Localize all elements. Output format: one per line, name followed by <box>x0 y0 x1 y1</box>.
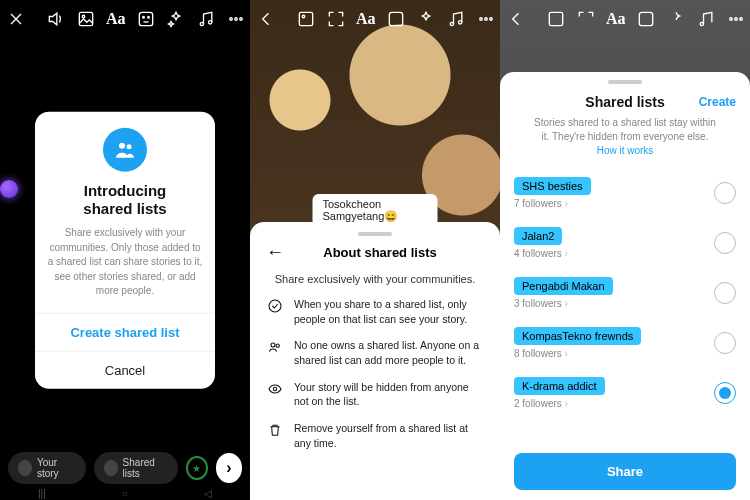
how-it-works-link[interactable]: How it works <box>597 145 654 156</box>
back-button[interactable]: ← <box>266 242 284 263</box>
people-icon <box>103 128 147 172</box>
shared-lists-chip[interactable]: Shared lists <box>94 452 178 484</box>
sheet-subtitle: Share exclusively with your communities. <box>266 273 484 285</box>
svg-rect-2 <box>139 12 152 25</box>
people-icon <box>104 460 118 476</box>
drag-handle[interactable] <box>608 80 642 84</box>
gallery-icon[interactable] <box>546 7 566 31</box>
effects-icon[interactable] <box>416 7 436 31</box>
followers-count[interactable]: 4 followers <box>514 248 568 259</box>
expand-icon[interactable] <box>326 7 346 31</box>
list-name-pill: Jalan2 <box>514 227 562 245</box>
close-icon[interactable] <box>6 7 26 31</box>
sticker-icon[interactable] <box>636 7 656 31</box>
cancel-button[interactable]: Cancel <box>35 350 215 388</box>
expand-icon[interactable] <box>576 7 596 31</box>
radio-button[interactable] <box>714 182 736 204</box>
svg-point-6 <box>208 21 211 24</box>
more-icon[interactable] <box>476 7 496 31</box>
sheet-subtitle: Stories shared to a shared list stay wit… <box>532 116 718 158</box>
android-nav: |||○◁ <box>0 486 250 500</box>
music-icon[interactable] <box>196 7 216 31</box>
svg-rect-12 <box>299 12 312 25</box>
list-item[interactable]: SHS besties7 followers <box>514 168 736 218</box>
bottom-chips: Your story Shared lists ★ › <box>0 452 250 484</box>
list-name-pill: KompasTekno frewnds <box>514 327 641 345</box>
create-link[interactable]: Create <box>699 95 736 109</box>
svg-point-7 <box>229 18 232 21</box>
svg-point-1 <box>82 15 85 18</box>
close-friends-icon[interactable]: ★ <box>186 456 208 480</box>
intro-modal: Introducingshared lists Share exclusivel… <box>35 112 215 389</box>
panel-intro: Aa Introducingshared lists Share exclusi… <box>0 0 250 500</box>
svg-point-9 <box>239 18 242 21</box>
svg-point-20 <box>269 300 281 312</box>
svg-point-3 <box>142 17 144 19</box>
svg-rect-14 <box>389 12 402 25</box>
more-icon[interactable] <box>226 7 246 31</box>
gallery-icon[interactable] <box>76 7 96 31</box>
radio-button[interactable] <box>714 232 736 254</box>
back-icon[interactable] <box>256 7 276 31</box>
create-shared-list-button[interactable]: Create shared list <box>35 312 215 350</box>
list-item[interactable]: K-drama addict2 followers <box>514 368 736 418</box>
list-item[interactable]: Pengabdi Makan3 followers <box>514 268 736 318</box>
more-icon[interactable] <box>726 7 746 31</box>
editor-toolbar: Aa <box>250 0 500 38</box>
svg-point-18 <box>484 18 487 21</box>
svg-point-8 <box>234 18 237 21</box>
speaker-icon[interactable] <box>46 7 66 31</box>
your-story-chip[interactable]: Your story <box>8 452 86 484</box>
text-icon[interactable]: Aa <box>356 7 376 31</box>
svg-point-10 <box>119 143 125 149</box>
svg-point-29 <box>739 18 742 21</box>
bullet-row: Your story will be hidden from anyone no… <box>266 380 484 409</box>
svg-point-19 <box>489 18 492 21</box>
bullet-row: No one owns a shared list. Anyone on a s… <box>266 338 484 367</box>
svg-point-16 <box>458 21 461 24</box>
bullet-row: When you share to a shared list, only pe… <box>266 297 484 326</box>
radio-button[interactable] <box>714 332 736 354</box>
svg-point-11 <box>127 144 132 149</box>
list-name-pill: Pengabdi Makan <box>514 277 613 295</box>
avatar <box>18 460 32 476</box>
sticker-icon[interactable] <box>386 7 406 31</box>
panel-about: Aa Tosokcheon Samgyetang😄 ← About shared… <box>250 0 500 500</box>
svg-point-22 <box>276 344 279 347</box>
followers-count[interactable]: 2 followers <box>514 398 568 409</box>
gallery-icon[interactable] <box>296 7 316 31</box>
radio-button[interactable] <box>714 282 736 304</box>
text-icon[interactable]: Aa <box>606 7 626 31</box>
about-sheet: ← About shared lists Share exclusively w… <box>250 222 500 500</box>
effects-icon[interactable] <box>666 7 686 31</box>
followers-count[interactable]: 3 followers <box>514 298 568 309</box>
svg-point-4 <box>147 17 149 19</box>
svg-rect-24 <box>549 12 562 25</box>
list-item[interactable]: Jalan24 followers <box>514 218 736 268</box>
sticker-icon[interactable] <box>136 7 156 31</box>
shared-lists: SHS besties7 followersJalan24 followersP… <box>514 168 736 447</box>
next-button[interactable]: › <box>216 453 242 483</box>
svg-point-27 <box>729 18 732 21</box>
svg-point-17 <box>479 18 482 21</box>
followers-count[interactable]: 8 followers <box>514 348 568 359</box>
svg-point-15 <box>450 22 453 25</box>
drag-handle[interactable] <box>358 232 392 236</box>
radio-button[interactable] <box>714 382 736 404</box>
music-icon[interactable] <box>446 7 466 31</box>
list-item[interactable]: KompasTekno frewnds8 followers <box>514 318 736 368</box>
svg-point-21 <box>271 343 275 347</box>
svg-point-23 <box>273 387 276 390</box>
share-button[interactable]: Share <box>514 453 736 490</box>
followers-count[interactable]: 7 followers <box>514 198 568 209</box>
back-icon[interactable] <box>506 7 526 31</box>
trash-icon <box>266 421 284 450</box>
text-icon[interactable]: Aa <box>106 7 126 31</box>
bullet-row: Remove yourself from a shared list at an… <box>266 421 484 450</box>
effects-icon[interactable] <box>166 7 186 31</box>
list-name-pill: K-drama addict <box>514 377 605 395</box>
music-icon[interactable] <box>696 7 716 31</box>
modal-title: Introducingshared lists <box>47 182 203 218</box>
svg-point-5 <box>200 22 203 25</box>
check-icon <box>266 297 284 326</box>
